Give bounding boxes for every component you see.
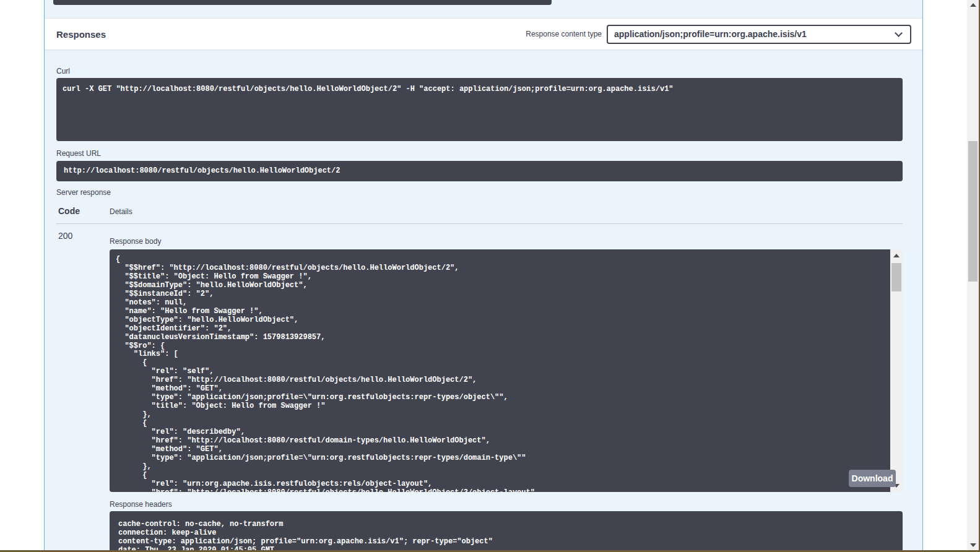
response-body-scrollbar[interactable]	[890, 249, 903, 492]
responses-title: Responses	[56, 29, 106, 40]
response-body-block: { "$$href": "http://localhost:8080/restf…	[110, 249, 903, 492]
response-table-divider	[56, 223, 903, 224]
request-url-label: Request URL	[56, 149, 101, 158]
code-column-header: Code	[58, 206, 80, 216]
page-scrollbar[interactable]	[967, 0, 979, 550]
curl-label: Curl	[56, 67, 70, 75]
response-body-label: Response body	[110, 237, 161, 246]
previous-code-block-remnant	[53, 0, 552, 5]
scroll-up-icon[interactable]	[967, 0, 979, 10]
response-content-type-select-wrap: application/json;profile=urn:org.apache.…	[607, 25, 911, 44]
download-button[interactable]: Download	[849, 470, 896, 487]
server-response-label: Server response	[56, 188, 111, 197]
response-body-json: { "$$href": "http://localhost:8080/restf…	[110, 249, 890, 492]
response-body-scrollbar-thumb[interactable]	[891, 263, 901, 291]
get-operation-block: Responses Response content type applicat…	[44, 0, 923, 552]
response-content-type-label: Response content type	[526, 30, 602, 38]
response-headers-block: cache-control: no-cache, no-transform co…	[110, 511, 903, 552]
details-column-header: Details	[110, 207, 132, 216]
page-scrollbar-thumb[interactable]	[968, 141, 978, 282]
scroll-down-icon[interactable]	[967, 540, 979, 550]
response-headers-label: Response headers	[110, 500, 172, 509]
response-content-type-select[interactable]: application/json;profile=urn:org.apache.…	[607, 25, 911, 44]
response-content-type-group: Response content type application/json;p…	[526, 25, 911, 44]
swagger-responses-page: Responses Response content type applicat…	[0, 0, 980, 552]
responses-section-header: Responses Response content type applicat…	[45, 18, 922, 50]
status-code-200: 200	[58, 231, 72, 241]
scroll-up-icon[interactable]	[890, 251, 902, 261]
curl-command-block: curl -X GET "http://localhost:8080/restf…	[56, 78, 903, 141]
request-url-block: http://localhost:8080/restful/objects/he…	[56, 161, 903, 181]
